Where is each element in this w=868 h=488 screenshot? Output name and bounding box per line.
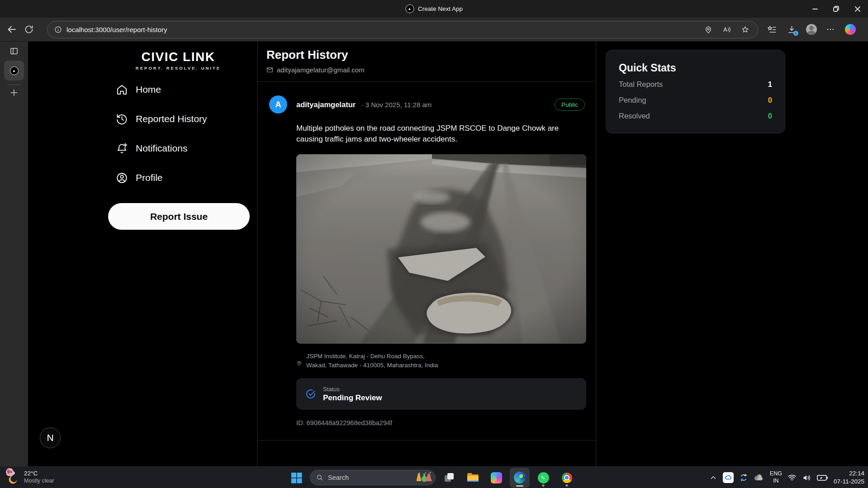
report-id: ID: 6908448a922968ed38ba294f bbox=[296, 419, 586, 426]
refresh-button[interactable] bbox=[21, 18, 37, 41]
tab-favicon-triangle-icon: ▲ bbox=[10, 66, 19, 75]
copilot-taskbar-button[interactable] bbox=[486, 468, 506, 488]
search-highlight-flasks-icon bbox=[415, 472, 432, 483]
minimize-button[interactable] bbox=[804, 0, 825, 18]
bell-plus-icon bbox=[116, 142, 128, 155]
news-badge: 9+ bbox=[6, 468, 14, 476]
visibility-badge: Public bbox=[555, 99, 585, 111]
copilot-icon[interactable] bbox=[842, 18, 859, 41]
clock-time: 22:14 bbox=[834, 469, 864, 478]
report-location: JSPM Institute, Katraj - Dehu Road Bypas… bbox=[306, 352, 446, 370]
user-email: adityajamgelatur@gmail.com bbox=[277, 66, 365, 74]
app-tagline: REPORT. RESOLVE. UNITE bbox=[88, 66, 269, 71]
tray-chevron-up-icon[interactable] bbox=[709, 474, 717, 482]
task-view-button[interactable] bbox=[439, 468, 459, 488]
vertical-tab-strip: ▲ bbox=[0, 42, 28, 466]
onedrive-cloud-icon bbox=[724, 474, 732, 482]
read-aloud-icon[interactable] bbox=[722, 25, 731, 34]
history-icon bbox=[116, 113, 128, 125]
stat-row-resolved: Resolved 0 bbox=[619, 110, 772, 122]
envelope-icon bbox=[266, 66, 273, 73]
favorite-star-icon[interactable] bbox=[741, 25, 749, 34]
new-tab-button[interactable] bbox=[9, 88, 19, 97]
copilot-taskbar-icon bbox=[491, 472, 502, 483]
weather-cloud-tray-icon[interactable] bbox=[754, 474, 764, 482]
nextjs-dev-badge[interactable]: N bbox=[40, 427, 61, 448]
back-button[interactable] bbox=[4, 18, 20, 41]
volume-icon[interactable] bbox=[802, 473, 811, 483]
taskbar-clock[interactable]: 22:14 07-11-2025 bbox=[834, 469, 864, 486]
address-bar[interactable]: localhost:3000/user/report-history bbox=[47, 21, 758, 38]
tab-title: Create Next App bbox=[418, 5, 463, 12]
download-badge: i bbox=[793, 31, 798, 36]
page-title: Report History bbox=[266, 48, 585, 62]
stat-row-total: Total Reports 1 bbox=[619, 78, 772, 90]
language-switcher[interactable]: ENG IN bbox=[770, 470, 782, 484]
sidebar-item-home[interactable]: Home bbox=[116, 83, 207, 96]
weather-widget[interactable]: 9+ 22°C Mostly clear bbox=[5, 469, 54, 485]
taskbar-search[interactable]: Search bbox=[310, 470, 436, 485]
main-divider bbox=[596, 42, 596, 466]
close-button[interactable] bbox=[847, 0, 868, 18]
report-history-main: Report History adityajamgelatur@gmail.co… bbox=[257, 42, 596, 466]
report-description: Multiple potholes on the road connecting… bbox=[296, 123, 586, 145]
active-tab-button[interactable]: ▲ bbox=[4, 61, 24, 81]
browser-titlebar: ▲ Create Next App bbox=[0, 0, 868, 18]
status-box: Status Pending Review bbox=[296, 378, 586, 410]
stat-row-pending: Pending 0 bbox=[619, 94, 772, 106]
file-explorer-icon bbox=[467, 472, 479, 483]
sidebar-item-notifications[interactable]: Notifications bbox=[116, 142, 207, 155]
civic-link-app: CIVIC LINK REPORT. RESOLVE. UNITE Home R… bbox=[28, 42, 868, 466]
task-view-icon bbox=[444, 472, 455, 483]
windows-logo-icon bbox=[291, 472, 302, 483]
file-explorer-button[interactable] bbox=[463, 468, 483, 488]
home-icon bbox=[116, 84, 128, 96]
sidebar-item-profile[interactable]: Profile bbox=[116, 171, 207, 185]
onedrive-tray-button[interactable] bbox=[723, 472, 734, 483]
report-avatar: A bbox=[269, 95, 287, 114]
sidebar-nav: Home Reported History Notifications Prof… bbox=[116, 83, 207, 200]
site-info-icon[interactable] bbox=[54, 26, 62, 33]
wifi-icon[interactable] bbox=[787, 473, 797, 482]
report-timestamp: · 3 Nov 2025, 11:28 am bbox=[361, 101, 432, 109]
edge-taskbar-button[interactable] bbox=[510, 468, 530, 488]
restore-button[interactable] bbox=[825, 0, 847, 18]
battery-energy-saver-icon[interactable] bbox=[817, 473, 828, 482]
edge-icon bbox=[514, 472, 526, 483]
chrome-taskbar-button[interactable] bbox=[557, 468, 577, 488]
favorites-bar-icon[interactable] bbox=[764, 18, 780, 41]
start-button[interactable] bbox=[286, 468, 306, 488]
settings-more-icon[interactable] bbox=[822, 18, 839, 41]
tab-actions-icon[interactable] bbox=[9, 47, 19, 56]
weather-temp: 22°C bbox=[24, 470, 54, 477]
report-username: adityajamgelatur bbox=[296, 100, 356, 109]
profile-avatar-icon[interactable] bbox=[803, 18, 820, 41]
weather-desc: Mostly clear bbox=[24, 478, 54, 484]
search-icon bbox=[316, 474, 323, 481]
search-placeholder: Search bbox=[328, 474, 411, 481]
site-favicon-triangle-icon: ▲ bbox=[405, 5, 414, 13]
whatsapp-taskbar-button[interactable] bbox=[533, 468, 553, 488]
status-value: Pending Review bbox=[323, 393, 382, 403]
clock-date: 07-11-2025 bbox=[834, 478, 864, 486]
sync-tray-icon[interactable] bbox=[739, 473, 748, 482]
sidebar-item-reported-history[interactable]: Reported History bbox=[116, 112, 207, 126]
strip-divider bbox=[8, 85, 20, 85]
map-pin-icon bbox=[296, 360, 302, 366]
pothole-photo-image bbox=[296, 154, 586, 344]
windows-taskbar: 9+ 22°C Mostly clear Search bbox=[0, 466, 868, 488]
user-circle-icon bbox=[116, 172, 128, 184]
report-card: A adityajamgelatur · 3 Nov 2025, 11:28 a… bbox=[257, 82, 596, 441]
report-issue-button[interactable]: Report Issue bbox=[108, 203, 250, 230]
browser-tab[interactable]: ▲ Create Next App bbox=[405, 0, 463, 18]
browser-toolbar: localhost:3000/user/report-history i bbox=[0, 18, 868, 42]
whatsapp-icon bbox=[538, 472, 549, 483]
app-logo: CIVIC LINK bbox=[88, 50, 269, 64]
report-photo bbox=[296, 154, 586, 344]
status-check-circle-icon bbox=[305, 389, 316, 399]
quick-stats-title: Quick Stats bbox=[619, 62, 772, 74]
location-permission-icon[interactable] bbox=[704, 26, 712, 34]
url-text: localhost:3000/user/report-history bbox=[66, 26, 704, 33]
downloads-icon[interactable]: i bbox=[783, 18, 800, 41]
chrome-icon bbox=[562, 473, 572, 483]
